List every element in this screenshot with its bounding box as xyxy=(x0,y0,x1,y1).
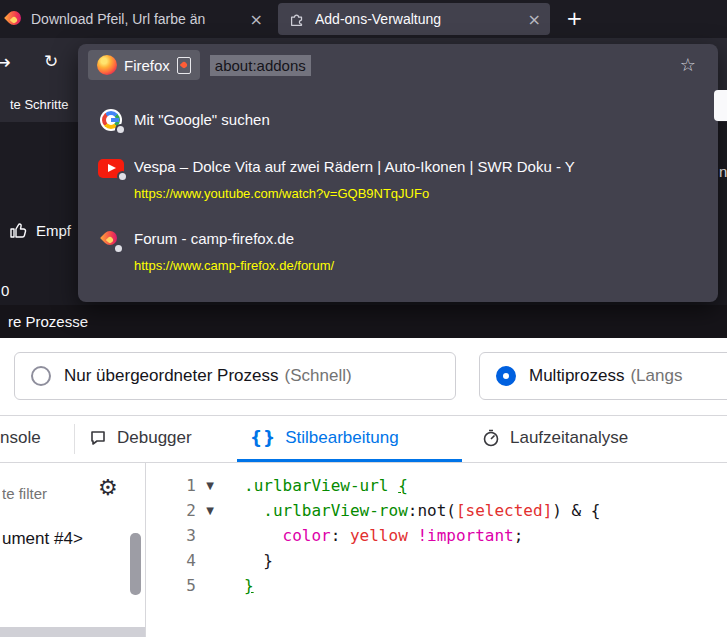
vertical-scrollbar-thumb[interactable] xyxy=(130,533,141,595)
tab-style-editor[interactable]: {} Stilbearbeitung xyxy=(250,416,399,460)
gear-icon[interactable]: ⚙ xyxy=(98,475,118,500)
tab-console[interactable]: nsole xyxy=(0,416,41,460)
divider xyxy=(74,424,75,454)
sidebar-item-label: Empf xyxy=(36,222,71,239)
radio-hint: (Langs xyxy=(630,366,682,386)
tab-label: Stilbearbeitung xyxy=(285,428,398,448)
braces-icon: {} xyxy=(250,428,276,448)
suggestion-title: Vespa – Dolce Vita auf zwei Rädern | Aut… xyxy=(134,158,575,175)
code-line[interactable]: 3 color: yellow !important; xyxy=(146,523,727,548)
favicon-badge-icon xyxy=(113,243,124,254)
process-section-header: re Prozesse xyxy=(0,305,727,338)
code-line[interactable]: 1 ▼ .urlbarView-url { xyxy=(146,473,727,498)
suggestion-youtube[interactable]: Vespa – Dolce Vita auf zwei Rädern | Aut… xyxy=(78,150,718,216)
youtube-icon xyxy=(98,159,124,178)
flame-icon xyxy=(100,228,120,250)
search-badge-icon xyxy=(115,124,126,135)
tab-addons-active[interactable]: Add-ons-Verwaltung × xyxy=(278,3,550,35)
close-icon[interactable]: × xyxy=(241,10,272,29)
browser-window: Download Pfeil, Url farbe än × Add-ons-V… xyxy=(0,0,727,637)
process-section-label: re Prozesse xyxy=(8,313,88,330)
page-text-fragment: 0 xyxy=(1,282,9,299)
tab-performance[interactable]: Laufzeitanalyse xyxy=(481,416,628,460)
line-number: 5 xyxy=(146,573,200,598)
bookmark-star-icon[interactable]: ☆ xyxy=(680,54,696,75)
page-flame-icon xyxy=(177,57,191,74)
tab-debugger[interactable]: Debugger xyxy=(88,416,192,460)
radio-selected[interactable] xyxy=(496,366,516,386)
radio-option-parent-process[interactable]: Nur übergeordneter Prozess (Schnell) xyxy=(14,352,456,400)
tab-download-pfeil[interactable]: Download Pfeil, Url farbe än × xyxy=(0,3,272,35)
horizontal-scrollbar-track xyxy=(0,627,145,637)
radio-hint: (Schnell) xyxy=(285,366,352,386)
close-icon[interactable]: × xyxy=(519,10,550,29)
tab-title: Add-ons-Verwaltung xyxy=(315,11,519,27)
line-number: 3 xyxy=(146,523,200,548)
line-number: 1 xyxy=(146,473,200,498)
radio-label: Multiprozess xyxy=(529,366,624,386)
radio-label: Nur übergeordneter Prozess xyxy=(64,366,279,386)
puzzle-icon xyxy=(288,10,306,28)
suggestion-url: https://www.camp-firefox.de/forum/ xyxy=(134,258,334,273)
styleeditor-sidebar: ⚙ ument #4> xyxy=(0,463,146,637)
code-text: .urlbarView-row:not([selected]) & { xyxy=(220,498,600,523)
stylesheet-filter-input[interactable] xyxy=(0,483,94,504)
suggestion-url: https://www.youtube.com/watch?v=GQB9NTqJ… xyxy=(134,186,429,201)
suggestion-title: Mit "Google" suchen xyxy=(134,111,270,128)
forward-icon[interactable]: → xyxy=(0,50,11,74)
thumbs-up-icon xyxy=(8,220,28,240)
code-line[interactable]: 5 } xyxy=(146,573,727,598)
suggestion-title: Forum - camp-firefox.de xyxy=(134,230,294,247)
search-mode-chip[interactable]: Firefox xyxy=(88,50,200,80)
active-tab-indicator xyxy=(237,459,462,462)
tab-title: Download Pfeil, Url farbe än xyxy=(31,11,241,27)
stopwatch-icon xyxy=(481,428,501,448)
bookmark-item[interactable]: te Schritte xyxy=(10,97,69,112)
fold-arrow-icon[interactable]: ▼ xyxy=(200,473,220,498)
tab-bar: Download Pfeil, Url farbe än × Add-ons-V… xyxy=(0,0,727,38)
code-text: color: yellow !important; xyxy=(220,523,523,548)
new-tab-button[interactable]: + xyxy=(566,6,583,30)
line-number: 4 xyxy=(146,548,200,573)
tab-label: Laufzeitanalyse xyxy=(510,428,628,448)
suggestion-search-google[interactable]: Mit "Google" suchen xyxy=(78,102,718,144)
suggestion-camp-firefox[interactable]: Forum - camp-firefox.de https://www.camp… xyxy=(78,224,718,286)
tab-label: nsole xyxy=(0,428,41,448)
code-text: } xyxy=(220,548,273,573)
process-options: Nur übergeordneter Prozess (Schnell) Mul… xyxy=(0,338,727,415)
css-editor[interactable]: 1 ▼ .urlbarView-url { 2 ▼ .urlbarView-ro… xyxy=(146,463,727,637)
firefox-logo-icon xyxy=(97,55,117,75)
devtools-tabbar: nsole Debugger {} Stilbearbeitung Laufze… xyxy=(0,415,727,463)
fold-arrow-icon[interactable]: ▼ xyxy=(200,498,220,523)
code-line[interactable]: 2 ▼ .urlbarView-row:not([selected]) & { xyxy=(146,498,727,523)
reload-icon[interactable]: ↻ xyxy=(44,51,58,71)
code-line[interactable]: 4 } xyxy=(146,548,727,573)
tab-label: Debugger xyxy=(117,428,192,448)
urlbar-dropdown: Firefox about:addons ☆ Mit "Google" such… xyxy=(78,44,718,302)
radio-unselected[interactable] xyxy=(31,366,51,386)
radio-option-multiprocess[interactable]: Multiprozess (Langs xyxy=(479,352,727,400)
google-icon xyxy=(100,109,122,131)
page-edge-fragment: n xyxy=(719,163,727,180)
flame-favicon-icon xyxy=(4,8,24,30)
favicon-badge-icon xyxy=(117,171,128,182)
urlbar-value[interactable]: about:addons xyxy=(210,55,311,76)
sidebar-item-recommendations[interactable]: Empf xyxy=(8,220,71,240)
debugger-icon xyxy=(88,428,108,448)
stylesheet-list-item[interactable]: ument #4> xyxy=(2,529,83,549)
urlbar[interactable]: Firefox about:addons ☆ xyxy=(78,44,718,86)
chip-label: Firefox xyxy=(124,57,170,74)
line-number: 2 xyxy=(146,498,200,523)
code-text: } xyxy=(220,573,254,598)
code-text: .urlbarView-url { xyxy=(220,473,408,498)
popup-fragment xyxy=(714,90,727,121)
